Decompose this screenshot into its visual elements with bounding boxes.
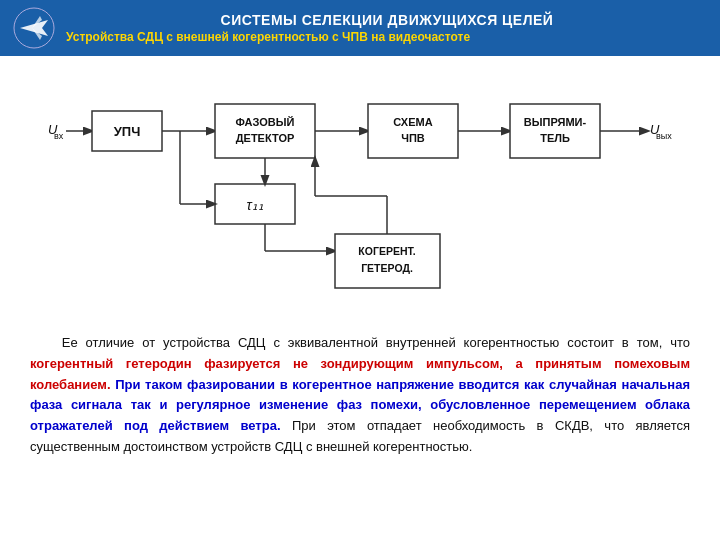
svg-text:КОГЕРЕНТ.: КОГЕРЕНТ.	[358, 245, 415, 257]
header-text: СИСТЕМЫ СЕЛЕКЦИИ ДВИЖУЩИХСЯ ЦЕЛЕЙ Устрой…	[66, 12, 708, 44]
svg-text:УПЧ: УПЧ	[114, 124, 141, 139]
svg-text:вх: вх	[54, 131, 64, 141]
svg-rect-7	[215, 104, 315, 158]
svg-text:ДЕТЕКТОР: ДЕТЕКТОР	[236, 132, 295, 144]
svg-text:ЧПВ: ЧПВ	[401, 132, 425, 144]
svg-rect-15	[510, 104, 600, 158]
diagram-svg: U вх УПЧ ФАЗОВЫЙ ДЕТЕКТОР СХЕМА ЧПВ ВЫ	[20, 66, 700, 316]
text-content: Ее отличие от устройства СДЦ с эквивален…	[0, 325, 720, 540]
svg-text:ВЫПРЯМИ-: ВЫПРЯМИ-	[524, 116, 587, 128]
svg-text:ТЕЛЬ: ТЕЛЬ	[540, 132, 570, 144]
paragraph: Ее отличие от устройства СДЦ с эквивален…	[30, 333, 690, 458]
header: СИСТЕМЫ СЕЛЕКЦИИ ДВИЖУЩИХСЯ ЦЕЛЕЙ Устрой…	[0, 0, 720, 56]
svg-rect-26	[335, 234, 440, 288]
title-sub: Устройства СДЦ с внешней когерентностью …	[66, 30, 708, 44]
diagram-area: U вх УПЧ ФАЗОВЫЙ ДЕТЕКТОР СХЕМА ЧПВ ВЫ	[0, 56, 720, 325]
svg-rect-11	[368, 104, 458, 158]
plane-icon	[12, 6, 56, 50]
highlight-blue: При таком фазировании в когерентное напр…	[30, 377, 690, 434]
slide: СИСТЕМЫ СЕЛЕКЦИИ ДВИЖУЩИХСЯ ЦЕЛЕЙ Устрой…	[0, 0, 720, 540]
svg-text:ГЕТЕРОД.: ГЕТЕРОД.	[361, 262, 413, 274]
svg-text:вых: вых	[656, 131, 672, 141]
svg-text:ФАЗОВЫЙ: ФАЗОВЫЙ	[236, 116, 295, 128]
svg-text:τ₁₁: τ₁₁	[246, 197, 263, 213]
svg-text:СХЕМА: СХЕМА	[393, 116, 432, 128]
title-main: СИСТЕМЫ СЕЛЕКЦИИ ДВИЖУЩИХСЯ ЦЕЛЕЙ	[66, 12, 708, 28]
